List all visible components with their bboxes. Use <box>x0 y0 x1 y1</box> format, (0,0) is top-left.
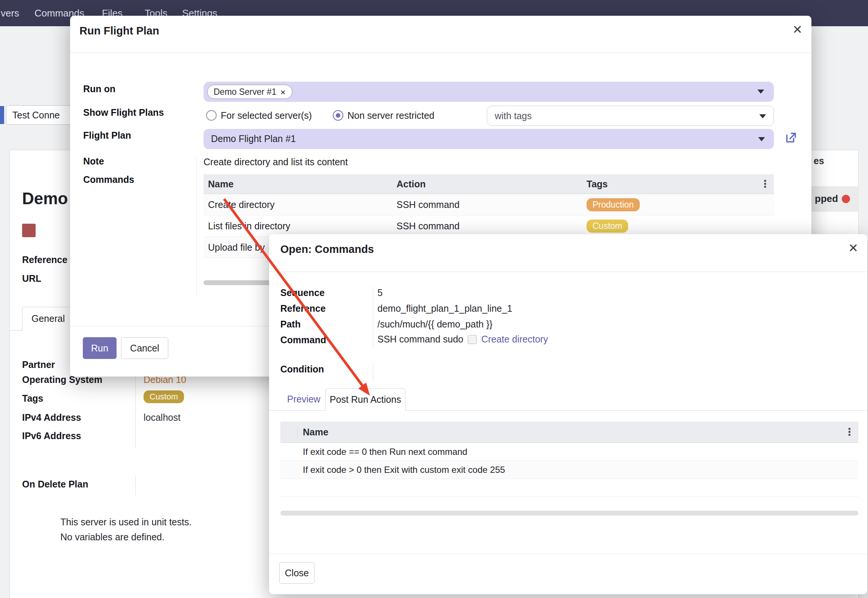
commands-table-header: Name Action Tags ⋮ <box>204 174 774 194</box>
run-on-label: Run on <box>83 84 115 94</box>
flight-plan-select[interactable]: Demo Flight Plan #1 <box>204 129 774 149</box>
tab-post-run-actions[interactable]: Post Run Actions <box>325 388 406 411</box>
close-button[interactable]: Close <box>279 562 314 584</box>
plan-description: Create directory and list its content <box>204 157 348 167</box>
with-tags-value: with tags <box>495 111 532 121</box>
col-tags[interactable]: Tags <box>587 174 608 194</box>
close-icon[interactable]: ✕ <box>792 22 802 37</box>
text-fragment: es <box>814 155 824 166</box>
record-title: Demo <box>22 189 68 208</box>
label-column-divider <box>196 158 197 295</box>
col-name[interactable]: Name <box>303 422 328 443</box>
chip-remove-icon[interactable]: ✕ <box>280 89 286 96</box>
url-field-label: URL <box>22 273 41 284</box>
radio-selected-servers[interactable] <box>206 110 217 121</box>
no-variables-note: No variables are defined. <box>60 532 165 543</box>
table-options-icon[interactable]: ⋮ <box>844 422 855 443</box>
command-value: SSH command sudo <box>377 334 463 344</box>
table-row-exit-0[interactable]: If exit code == 0 then Run next command <box>280 443 858 461</box>
unit-test-note: This server is used in unit tests. <box>60 517 192 528</box>
tab-preview[interactable]: Preview <box>287 394 320 405</box>
command-value-row: SSH command sudoCreate directory <box>377 334 548 345</box>
radio-non-server-restricted[interactable] <box>333 110 343 121</box>
sequence-value: 5 <box>377 287 383 298</box>
cell-action: SSH command <box>397 194 459 215</box>
status-red-dot-icon <box>842 195 850 203</box>
label-column-divider <box>373 362 373 382</box>
ipv4-label: IPv4 Address <box>22 412 81 423</box>
command-label: Command <box>280 335 326 345</box>
commands-label: Commands <box>83 174 134 185</box>
tags-label: Tags <box>22 393 43 404</box>
tag-custom-pill: Custom <box>587 220 628 233</box>
show-flight-plans-label: Show Flight Plans <box>83 107 164 118</box>
flight-plan-value: Demo Flight Plan #1 <box>211 133 296 144</box>
primary-button-fragment[interactable] <box>0 106 4 124</box>
cell-name: List files in directory <box>208 215 290 237</box>
create-directory-link[interactable]: Create directory <box>481 334 548 344</box>
path-label: Path <box>280 319 301 330</box>
footer-divider <box>269 554 867 554</box>
open-commands-modal: Open: Commands ✕ Sequence Reference Path… <box>269 234 867 594</box>
col-name[interactable]: Name <box>208 174 233 194</box>
partner-label: Partner <box>22 359 55 370</box>
close-icon[interactable]: ✕ <box>848 241 858 255</box>
header-divider <box>269 272 867 272</box>
condition-label: Condition <box>280 364 324 375</box>
tag-production-pill: Production <box>587 198 640 211</box>
chevron-down-icon <box>758 137 765 141</box>
field-divider <box>135 475 136 495</box>
tags-value: Custom <box>144 390 184 403</box>
with-tags-select[interactable]: with tags <box>487 106 774 126</box>
cell-name: If exit code == 0 then Run next command <box>303 443 467 461</box>
sudo-checkbox[interactable] <box>468 335 477 344</box>
cell-name: Upload file by <box>208 237 265 258</box>
reference-label: Reference <box>280 303 326 314</box>
open-modal-title: Open: Commands <box>280 243 374 256</box>
note-label: Note <box>83 156 104 167</box>
run-button[interactable]: Run <box>83 337 117 359</box>
post-run-table-header: Name ⋮ <box>280 422 858 443</box>
run-on-select[interactable]: Demo Server #1✕ <box>204 82 774 102</box>
cell-tag: Custom <box>587 220 628 233</box>
radio-non-server-restricted-label[interactable]: Non server restricted <box>347 110 434 121</box>
external-link-icon[interactable] <box>784 131 798 145</box>
cell-action: SSH command <box>397 215 459 237</box>
ipv4-value: localhost <box>144 412 181 423</box>
chevron-down-icon <box>759 114 766 118</box>
post-run-actions-table: Name ⋮ If exit code == 0 then Run next c… <box>280 422 858 497</box>
table-row-list-files[interactable]: List files in directory SSH command Cust… <box>204 215 774 237</box>
on-delete-plan-label: On Delete Plan <box>22 479 88 490</box>
ipv6-label: IPv6 Address <box>22 431 81 441</box>
table-options-icon[interactable]: ⋮ <box>760 174 770 194</box>
reference-field-label: Reference <box>22 254 67 265</box>
handle-column-divider <box>297 426 298 438</box>
table-row-exit-gt-0[interactable]: If exit code > 0 then Exit with custom e… <box>280 461 858 479</box>
cell-name: Create directory <box>208 194 275 215</box>
reference-value: demo_flight_plan_1_plan_line_1 <box>377 303 512 314</box>
header-divider <box>70 52 811 53</box>
cell-name: If exit code > 0 then Exit with custom e… <box>303 461 505 479</box>
nav-item-servers[interactable]: vers <box>1 7 19 19</box>
cell-tag: Production <box>587 198 640 211</box>
path-value: /such/much/{{ demo_path }} <box>377 319 492 330</box>
flight-plan-label: Flight Plan <box>83 130 131 141</box>
color-swatch <box>22 224 36 237</box>
server-chip-label: Demo Server #1 <box>214 87 276 97</box>
label-column-divider <box>373 287 373 347</box>
col-action[interactable]: Action <box>397 174 426 194</box>
chevron-down-icon <box>757 90 764 94</box>
horizontal-scrollbar[interactable] <box>280 511 858 516</box>
server-chip[interactable]: Demo Server #1✕ <box>207 85 292 99</box>
radio-selected-servers-label[interactable]: For selected server(s) <box>221 110 312 121</box>
tag-custom-pill: Custom <box>144 390 184 403</box>
status-text: pped <box>815 193 838 205</box>
screen: vers Commands Files Tools Settings Test … <box>0 0 868 598</box>
sequence-label: Sequence <box>280 287 325 298</box>
table-row-create-directory[interactable]: Create directory SSH command Production <box>204 194 774 215</box>
cancel-button[interactable]: Cancel <box>121 337 168 359</box>
table-row-empty <box>280 479 858 497</box>
run-modal-title: Run Flight Plan <box>79 25 159 37</box>
